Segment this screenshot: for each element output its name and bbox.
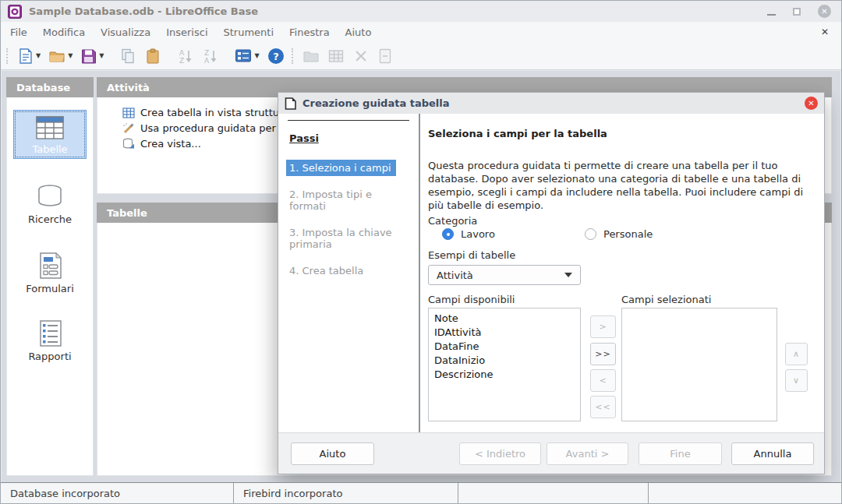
window-close-icon[interactable]: ✕ xyxy=(818,5,831,18)
create-view-icon xyxy=(122,138,135,150)
dialog-titlebar: Creazione guidata tabella ✕ xyxy=(278,93,824,114)
dialog-close-icon[interactable]: ✕ xyxy=(805,97,818,110)
chevron-down-icon xyxy=(564,273,572,277)
menu-strumenti[interactable]: Strumenti xyxy=(216,24,282,41)
sample-tables-dropdown[interactable]: Attività xyxy=(428,265,581,285)
forms-icon xyxy=(34,252,65,280)
form-view-icon xyxy=(235,48,252,64)
paste-button[interactable] xyxy=(142,46,164,66)
queries-icon xyxy=(34,184,65,210)
step-2-tipi-formati[interactable]: 2. Imposta tipi e formati xyxy=(286,186,411,214)
libreoffice-base-app-icon xyxy=(8,5,22,19)
window-title: Sample Database.odb - LibreOffice Base xyxy=(29,5,258,17)
sort-ascending-icon: A Z xyxy=(177,48,194,65)
paste-icon xyxy=(144,48,161,65)
chevron-down-icon: ▼ xyxy=(36,52,41,59)
step-4-crea-tabella[interactable]: 4. Crea tabella xyxy=(286,263,411,279)
svg-text:Z: Z xyxy=(204,49,209,57)
chevron-down-icon: ▼ xyxy=(254,52,259,59)
sidebar-item-rapporti[interactable]: Rapporti xyxy=(13,315,87,365)
svg-text:?: ? xyxy=(273,51,279,62)
sidebar-item-label: Tabelle xyxy=(14,143,86,155)
menubar: File Modifica Visualizza Inserisci Strum… xyxy=(1,22,841,42)
sort-descending-button[interactable]: Z A xyxy=(200,46,221,66)
app-window: Sample Database.odb - LibreOffice Base ✕… xyxy=(0,0,842,504)
step-3-chiave-primaria[interactable]: 3. Imposta la chiave primaria xyxy=(286,224,411,252)
list-item[interactable]: DataFine xyxy=(434,340,575,354)
task-label: Crea tabella in vista struttura... xyxy=(140,107,299,118)
delete-icon xyxy=(352,48,370,65)
add-field-button[interactable]: > xyxy=(590,315,616,338)
titlebar: Sample Database.odb - LibreOffice Base ✕ xyxy=(1,1,841,22)
save-button[interactable]: ▼ xyxy=(78,46,106,66)
new-document-button[interactable]: ▼ xyxy=(15,46,43,66)
dialog-document-icon xyxy=(285,97,296,110)
radio-checked-icon xyxy=(442,228,454,240)
menu-inserisci[interactable]: Inserisci xyxy=(158,24,215,41)
restore-icon[interactable] xyxy=(793,8,801,16)
status-empty-2 xyxy=(648,483,841,503)
help-icon: ? xyxy=(267,48,285,65)
svg-text:Z: Z xyxy=(179,57,184,65)
open-database-object-icon xyxy=(302,48,320,65)
wizard-wand-icon xyxy=(122,122,135,134)
list-item[interactable]: DataInizio xyxy=(434,354,575,368)
open-button[interactable]: ▼ xyxy=(46,46,75,66)
remove-field-button[interactable]: < xyxy=(590,369,616,392)
reports-icon xyxy=(34,319,65,347)
sidebar-item-formulari[interactable]: Formulari xyxy=(13,247,87,298)
list-item[interactable]: Note xyxy=(434,312,575,326)
menu-modifica[interactable]: Modifica xyxy=(35,24,93,41)
save-icon xyxy=(80,48,97,65)
dialog-description: Questa procedura guidata ti permette di … xyxy=(428,159,805,212)
help-button[interactable]: Aiuto xyxy=(291,442,374,465)
radio-option-personale[interactable]: Personale xyxy=(585,228,727,240)
selected-fields-list[interactable] xyxy=(621,308,777,421)
add-all-fields-button[interactable]: >> xyxy=(590,343,616,365)
database-sidebar: Database Tabelle xyxy=(6,77,94,476)
sidebar-item-ricerche[interactable]: Ricerche xyxy=(13,179,87,228)
toolbar-grip[interactable] xyxy=(6,48,10,64)
next-button[interactable]: Avanti > xyxy=(547,442,628,465)
back-button[interactable]: < Indietro xyxy=(459,442,541,465)
available-fields-list[interactable]: Note IDAttività DataFine DataInizio Desc… xyxy=(428,308,581,421)
finish-button[interactable]: Fine xyxy=(639,442,722,465)
sidebar-item-tabelle[interactable]: Tabelle xyxy=(13,110,87,159)
remove-all-fields-button[interactable]: << xyxy=(590,396,616,418)
rename-button[interactable] xyxy=(375,46,395,66)
menu-visualizza[interactable]: Visualizza xyxy=(93,24,158,41)
radio-option-lavoro[interactable]: Lavoro xyxy=(442,228,585,240)
list-item[interactable]: IDAttività xyxy=(434,326,575,340)
document-close-icon[interactable]: ✕ xyxy=(821,26,829,37)
step-1-seleziona-campi[interactable]: 1. Seleziona i campi xyxy=(286,160,411,176)
list-item[interactable]: Descrizione xyxy=(434,368,575,382)
menu-finestra[interactable]: Finestra xyxy=(281,24,338,41)
table-wizard-dialog: Creazione guidata tabella ✕ Passi 1. Sel… xyxy=(278,92,825,474)
form-view-button[interactable]: ▼ xyxy=(232,47,261,65)
open-database-object-button[interactable] xyxy=(300,46,322,66)
steps-pane: Passi 1. Seleziona i campi 2. Imposta ti… xyxy=(278,114,420,432)
dialog-heading: Seleziona i campi per la tabella xyxy=(428,128,607,139)
dialog-title: Creazione guidata tabella xyxy=(302,97,450,109)
toolbar-grip[interactable] xyxy=(292,48,295,64)
sort-ascending-button[interactable]: A Z xyxy=(175,46,196,66)
new-table-button[interactable] xyxy=(325,46,347,66)
status-empty-1 xyxy=(458,483,648,503)
sidebar-item-label: Rapporti xyxy=(13,351,87,362)
move-up-button[interactable]: ∧ xyxy=(785,343,808,365)
menu-aiuto[interactable]: Aiuto xyxy=(338,24,380,41)
tables-icon xyxy=(34,115,66,140)
dialog-footer: Aiuto < Indietro Avanti > Fine Annulla xyxy=(278,432,824,474)
help-button[interactable]: ? xyxy=(265,46,287,66)
delete-button[interactable] xyxy=(350,46,372,66)
sidebar-item-label: Formulari xyxy=(13,283,87,294)
cancel-button[interactable]: Annulla xyxy=(731,442,814,465)
copy-button[interactable] xyxy=(117,46,139,66)
dropdown-value: Attività xyxy=(437,270,473,281)
move-down-button[interactable]: ∨ xyxy=(785,369,808,392)
selected-fields-label: Campi selezionati xyxy=(621,294,711,305)
menu-file[interactable]: File xyxy=(2,24,35,41)
minimize-icon[interactable] xyxy=(767,14,776,16)
chevron-down-icon: ▼ xyxy=(68,52,73,59)
sidebar-header: Database xyxy=(6,77,94,97)
